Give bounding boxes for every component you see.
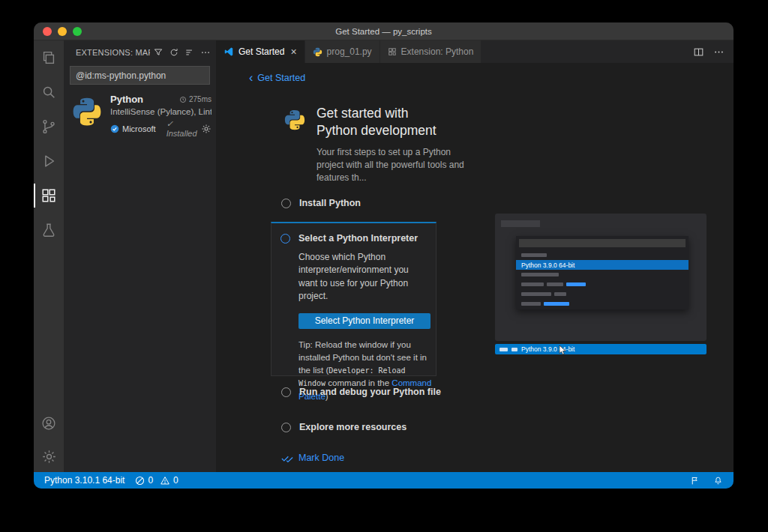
tab-prog-01-py[interactable]: prog_01.py <box>305 40 380 63</box>
warning-icon <box>160 476 170 486</box>
extensions-search-input[interactable] <box>70 66 210 85</box>
clock-icon <box>179 96 187 103</box>
sidebar-item-extensions[interactable] <box>34 178 64 213</box>
placeholder-bar <box>521 292 551 296</box>
extensions-panel-title: EXTENSIONS: MARK... <box>76 48 150 57</box>
editor-more-actions-icon[interactable] <box>713 46 724 58</box>
search-icon <box>40 84 57 100</box>
interpreter-quickpick: Python 3.9.0 64-bit <box>516 236 688 309</box>
extensions-icon <box>40 187 57 204</box>
tab-extension-python[interactable]: Extension: Python <box>380 40 482 63</box>
sidebar-item-explorer[interactable] <box>34 40 64 75</box>
sidebar-item-source-control[interactable] <box>34 109 64 144</box>
minimize-window-button[interactable] <box>58 27 67 36</box>
extension-list-item-python[interactable]: Python 275ms IntelliSense (Pylance), Lin… <box>64 92 216 144</box>
chevron-left-icon: ‹ <box>249 72 253 84</box>
more-actions-icon[interactable] <box>197 45 213 61</box>
step-description: Choose which Python interpreter/environm… <box>298 251 429 303</box>
double-check-icon <box>281 453 293 463</box>
manage-button[interactable] <box>34 441 64 472</box>
placeholder-bar <box>566 282 586 286</box>
extension-manage-gear-icon[interactable] <box>201 124 212 134</box>
split-editor-icon[interactable] <box>693 46 704 58</box>
files-icon <box>40 49 57 66</box>
placeholder-bar <box>547 282 563 286</box>
illustration-statusbar: Python 3.9.0 64-bit <box>495 344 706 354</box>
placeholder-bar <box>554 292 566 296</box>
vscode-window: Get Started — py_scripts <box>34 22 734 489</box>
mouse-cursor-icon <box>559 345 567 355</box>
window-title: Get Started — py_scripts <box>34 27 734 36</box>
traffic-lights <box>43 27 82 36</box>
close-window-button[interactable] <box>43 27 52 36</box>
illustration-window: Python 3.9.0 64-bit <box>495 214 706 341</box>
tab-get-started[interactable]: Get Started × <box>216 40 305 63</box>
source-control-icon <box>40 118 57 135</box>
account-icon <box>40 415 57 432</box>
filter-icon[interactable] <box>150 45 166 61</box>
clear-results-icon[interactable] <box>182 45 197 61</box>
extensions-panel: EXTENSIONS: MARK... <box>64 40 216 472</box>
notifications-bell-icon[interactable] <box>710 476 726 486</box>
step-select-interpreter[interactable]: Select a Python Interpreter Choose which… <box>271 222 436 376</box>
extension-page-icon <box>388 47 397 56</box>
placeholder-bar <box>521 273 559 276</box>
beaker-icon <box>40 222 57 238</box>
python-interpreter-status[interactable]: Python 3.10.1 64-bit <box>41 472 128 489</box>
extension-name: Python <box>110 94 179 105</box>
accounts-button[interactable] <box>34 406 64 441</box>
error-icon <box>135 476 145 486</box>
status-bar: Python 3.10.1 64-bit 0 0 <box>34 472 734 489</box>
close-tab-icon[interactable]: × <box>290 46 296 57</box>
step-radio-icon <box>281 199 291 208</box>
tab-label: prog_01.py <box>327 46 372 57</box>
extension-installed-status: ✓ Installed <box>166 119 198 138</box>
run-debug-icon <box>40 153 57 169</box>
extension-publisher: Microsoft <box>122 124 156 133</box>
step-illustration: Python 3.9.0 64-bit <box>495 214 706 354</box>
remote-indicator-icon[interactable] <box>687 476 703 486</box>
placeholder-bar <box>521 302 541 306</box>
vscode-logo-icon <box>224 46 234 57</box>
tab-label: Get Started <box>238 46 284 57</box>
python-file-icon <box>313 47 322 57</box>
step-install-python[interactable]: Install Python <box>281 198 361 208</box>
walkthrough-subtitle: Your first steps to set up a Python proj… <box>316 146 465 185</box>
placeholder-bar <box>501 220 540 227</box>
sidebar-item-run-debug[interactable] <box>34 144 64 178</box>
step-radio-icon <box>281 423 291 432</box>
placeholder-bar <box>521 253 547 257</box>
quickpick-selected-item: Python 3.9.0 64-bit <box>516 260 688 270</box>
back-to-get-started-link[interactable]: ‹ Get Started <box>249 72 305 84</box>
step-radio-icon <box>280 234 290 244</box>
mark-done-button[interactable]: Mark Done <box>281 453 344 463</box>
placeholder-bar <box>500 348 508 351</box>
extension-activation-time: 275ms <box>179 95 212 103</box>
step-run-debug[interactable]: Run and debug your Python file <box>281 387 441 397</box>
titlebar: Get Started — py_scripts <box>34 22 734 40</box>
extension-description: IntelliSense (Pylance), Lint... <box>110 107 212 116</box>
verified-publisher-icon <box>110 124 119 133</box>
python-logo-icon <box>71 96 103 127</box>
select-python-interpreter-button[interactable]: Select Python Interpreter <box>298 313 430 329</box>
get-started-page: ‹ Get Started Get started with Python de… <box>216 63 734 472</box>
step-radio-icon <box>281 387 291 397</box>
python-logo-icon <box>284 109 306 131</box>
activity-bar <box>34 40 64 472</box>
tab-bar: Get Started × prog_01.py E <box>216 40 734 63</box>
sidebar-item-testing[interactable] <box>34 213 64 247</box>
walkthrough-title: Get started with Python development <box>316 105 465 139</box>
zoom-window-button[interactable] <box>73 27 82 36</box>
sidebar-item-search[interactable] <box>34 75 64 109</box>
gear-icon <box>41 449 57 465</box>
problems-status[interactable]: 0 0 <box>132 472 181 489</box>
quickpick-input <box>519 239 686 247</box>
tab-label: Extension: Python <box>401 46 474 57</box>
refresh-icon[interactable] <box>166 45 182 61</box>
placeholder-bar <box>521 282 544 286</box>
step-explore-resources[interactable]: Explore more resources <box>281 422 406 432</box>
placeholder-bar <box>512 348 518 351</box>
extensions-panel-header: EXTENSIONS: MARK... <box>64 40 216 64</box>
placeholder-bar <box>544 302 569 306</box>
